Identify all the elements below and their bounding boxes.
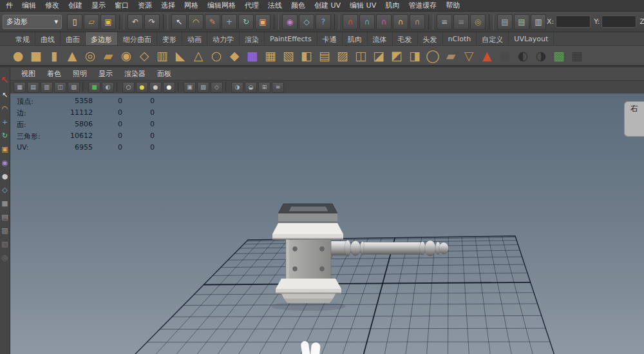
tool-box-icon[interactable]: ↻ (2, 132, 8, 139)
toolbar-icon[interactable] (334, 14, 339, 30)
toolbar-icon[interactable] (274, 14, 279, 30)
tool-box-icon[interactable]: ↖ (2, 92, 8, 99)
shelf-icon[interactable]: ◑ (532, 46, 550, 64)
panel-toolbar-icon[interactable] (225, 82, 229, 92)
toolbar-icon[interactable]: ▱ (84, 14, 99, 30)
toolbar-icon[interactable]: ▥ (531, 14, 546, 30)
toolbar-icon[interactable]: ≡ (453, 14, 469, 30)
shelf-tab[interactable]: PaintEffects (265, 32, 317, 45)
shelf-tab[interactable]: 动力学 (207, 32, 240, 45)
toolbar-icon[interactable]: ▯ (67, 14, 82, 30)
tool-box-icon[interactable]: ◇ (2, 186, 7, 193)
axis-input[interactable] (556, 15, 591, 28)
axis-input[interactable] (601, 15, 636, 28)
menu-item[interactable]: 帮助 (441, 0, 464, 11)
panel-toolbar-icon[interactable]: ▤ (27, 82, 39, 93)
panel-menu-item[interactable]: 显示 (93, 69, 118, 79)
panel-toolbar-icon[interactable] (117, 82, 120, 92)
toolbar-icon[interactable]: + (222, 14, 237, 30)
shelf-tab[interactable]: 曲线 (35, 32, 61, 45)
menu-item[interactable]: 修改 (41, 0, 64, 11)
shelf-tab[interactable]: 多边形 (86, 32, 118, 45)
shelf-tab[interactable]: 肌肉 (343, 32, 368, 45)
toolbar-icon[interactable]: ↖ (171, 14, 187, 30)
shelf-icon[interactable]: ▧ (279, 46, 298, 64)
panel-toolbar-icon[interactable]: ▧ (68, 82, 80, 93)
panel-menu-item[interactable]: 渲染器 (118, 69, 151, 79)
menu-item[interactable]: 资源 (133, 0, 156, 11)
menu-item[interactable]: 颜色 (287, 0, 310, 11)
panel-toolbar-icon[interactable]: ● (136, 82, 148, 93)
shelf-icon[interactable]: ▤ (316, 46, 334, 64)
shelf-icon[interactable]: ▦ (568, 46, 586, 64)
shelf-tab[interactable]: 流体 (368, 32, 393, 45)
shelf-tab[interactable]: 自定义 (477, 32, 509, 45)
toolbar-icon[interactable] (428, 14, 433, 30)
menu-item[interactable]: 编辑 (17, 0, 41, 11)
menu-item[interactable]: 创建 (64, 0, 87, 11)
panel-toolbar-icon[interactable] (178, 82, 181, 92)
menu-item[interactable]: 管道缓存 (404, 0, 441, 11)
shelf-tab[interactable]: 渲染 (240, 32, 265, 45)
menu-item[interactable]: 创建 UV (310, 0, 345, 11)
panel-toolbar-icon[interactable]: ≡ (272, 82, 284, 93)
shelf-tab[interactable]: 毛发 (393, 32, 418, 45)
tool-box-icon[interactable]: ▣ (1, 146, 8, 153)
tool-box-icon[interactable]: ◠ (2, 105, 8, 112)
shelf-icon[interactable]: ◉ (117, 46, 135, 64)
shelf-icon[interactable]: ○ (207, 46, 225, 64)
panel-menu-item[interactable]: 面板 (151, 69, 177, 79)
tool-box-icon[interactable]: ◎ (2, 254, 8, 261)
shelf-icon[interactable]: ▰ (442, 46, 460, 64)
shelf-icon[interactable]: ▮ (45, 46, 63, 64)
toolbar-icon[interactable]: ◉ (282, 14, 298, 30)
viewport-3d[interactable]: 顶点: 5358 0 0 边: 11112 0 0 面: 5 (10, 93, 644, 354)
shelf-icon[interactable]: ● (9, 46, 27, 64)
toolbar-icon[interactable]: ◇ (299, 14, 314, 30)
hammer-handle[interactable] (328, 241, 449, 257)
menu-item[interactable]: 编辑网格 (203, 0, 240, 11)
toolbar-icon[interactable]: ✎ (205, 14, 220, 30)
shelf-icon[interactable]: ▥ (153, 46, 171, 64)
shelf-icon[interactable]: ◪ (370, 46, 388, 64)
toolbar-icon[interactable]: ↶ (128, 14, 143, 30)
shelf-tab[interactable]: UVLayout (509, 32, 554, 45)
panel-toolbar-icon[interactable]: ◑ (231, 82, 243, 93)
right-panel-tab[interactable]: 右 (624, 101, 644, 137)
toolbar-icon[interactable] (119, 14, 124, 30)
panel-toolbar-icon[interactable]: ⊞ (258, 82, 270, 93)
shelf-tab[interactable]: 常规 (10, 32, 35, 45)
shelf-icon[interactable]: ▽ (460, 46, 478, 64)
panel-toolbar-icon[interactable]: ▨ (197, 82, 209, 93)
shelf-icon[interactable]: ◐ (514, 46, 532, 64)
toolbar-icon[interactable]: ▣ (255, 14, 270, 30)
shelf-icon[interactable]: ◯ (424, 46, 442, 64)
panel-toolbar-icon[interactable]: ◇ (211, 82, 223, 93)
shelf-icon[interactable]: ◎ (81, 46, 99, 64)
toolbar-icon[interactable] (489, 14, 494, 30)
shelf-tab[interactable]: 头发 (418, 32, 443, 45)
tool-box-icon[interactable]: ▥ (1, 227, 8, 234)
shelf-icon[interactable]: ▨ (334, 46, 352, 64)
shelf-tab[interactable]: 卡通 (317, 32, 343, 45)
panel-toolbar-icon[interactable]: ○ (122, 82, 135, 93)
toolbar-icon[interactable]: ↻ (238, 14, 254, 30)
panel-toolbar-icon[interactable]: ◒ (245, 82, 257, 93)
toolbar-icon[interactable]: ∩ (359, 14, 375, 30)
toolbar-icon[interactable]: ∩ (410, 14, 425, 30)
shelf-icon[interactable]: ▩ (550, 46, 568, 64)
shelf-tab[interactable]: 细分曲面 (118, 32, 157, 45)
shelf-icon[interactable]: ■ (243, 46, 261, 64)
panel-toolbar-icon[interactable]: ● (149, 82, 162, 93)
shelf-icon[interactable]: ▰ (99, 46, 117, 64)
shelf-icon[interactable]: ◇ (135, 46, 153, 64)
shelf-tab[interactable]: 变形 (157, 32, 182, 45)
shelf-icon[interactable]: ▦ (261, 46, 279, 64)
shelf-icon[interactable]: ● (496, 46, 514, 64)
menu-item[interactable]: 选择 (156, 0, 180, 11)
panel-toolbar-icon[interactable]: ◐ (102, 82, 114, 93)
toolbar-icon[interactable]: ◠ (188, 14, 204, 30)
shelf-icon[interactable]: ◆ (225, 46, 243, 64)
menu-item[interactable]: 件 (1, 0, 17, 11)
menu-item[interactable]: 代理 (240, 0, 263, 11)
